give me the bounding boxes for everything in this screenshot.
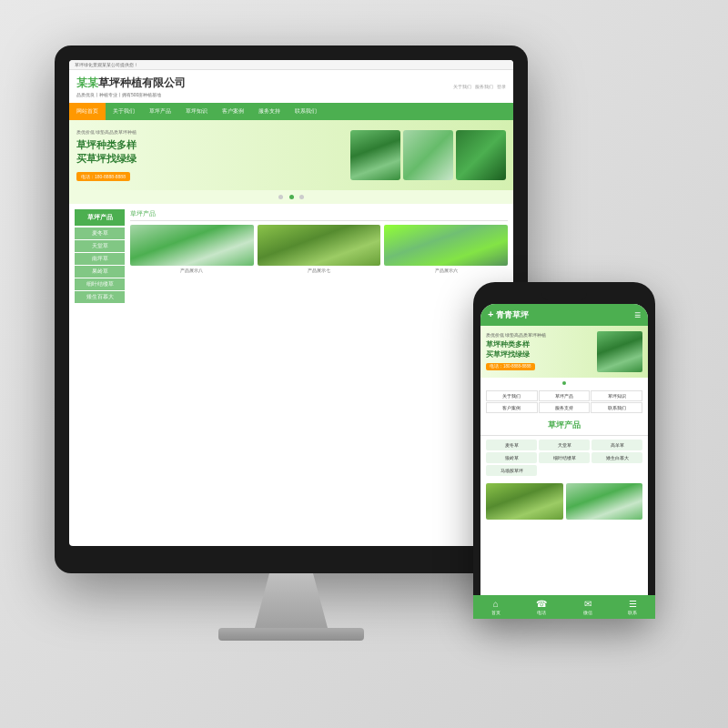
- phone-logo-plus: +: [488, 308, 493, 319]
- phone-banner-dot: [480, 378, 648, 388]
- phone-slogan-big: 草坪种类多样买草坪找绿绿: [486, 339, 593, 359]
- site-banner: 质优价低 绿垫高品质草坪种植 草坪种类多样买草坪找绿绿 电话：180-8888-…: [69, 120, 513, 190]
- sidebar-item-4[interactable]: 果岭草: [75, 266, 125, 278]
- phone-frame: + 青青草坪 ≡ 质优价低 绿垫高品质草坪种植 草坪种类多样买草坪找绿绿 电话：…: [473, 282, 655, 619]
- phone-bottom-nav: ⌂ 首页 ☎ 电话 ✉ 微信 ☰ 联系: [480, 595, 648, 610]
- dot-3: [299, 195, 304, 199]
- monitor-frame: 草坪绿化景观某某公司提供您！ 某某草坪种植有限公司 品质优良丨种植专业丨拥有50…: [55, 46, 528, 573]
- banner-image-1: [350, 130, 400, 180]
- phone-bottom-home[interactable]: ⌂ 首页: [491, 599, 500, 610]
- mobile-phone: + 青青草坪 ≡ 质优价低 绿垫高品质草坪种植 草坪种类多样买草坪找绿绿 电话：…: [473, 282, 655, 628]
- site-nav: 网站首页 关于我们 草坪产品 草坪知识 客户案例 服务支持 联系我们: [69, 103, 513, 120]
- hamburger-icon[interactable]: ≡: [634, 309, 641, 320]
- phone-cat-6[interactable]: 矮生白慕大: [592, 452, 642, 463]
- wechat-icon: ✉: [583, 599, 592, 609]
- phone-dot-active: [562, 381, 566, 385]
- phone-header: + 青青草坪 ≡: [480, 304, 648, 326]
- banner-image-3: [456, 130, 506, 180]
- site-header: 某某草坪种植有限公司 品质优良丨种植专业丨拥有500亩种植基地 关于我们 服务我…: [69, 70, 513, 103]
- phone-screen: + 青青草坪 ≡ 质优价低 绿垫高品质草坪种植 草坪种类多样买草坪找绿绿 电话：…: [480, 304, 648, 610]
- phone-logo: + 青青草坪: [488, 308, 529, 321]
- product-item-1: 产品展示八: [130, 225, 254, 273]
- phone-icon: ☎: [536, 599, 547, 609]
- dot-1: [278, 195, 283, 199]
- site-header-links: 关于我们 服务我们 登录: [453, 84, 506, 89]
- sidebar-item-3[interactable]: 南坪草: [75, 253, 125, 265]
- home-icon: ⌂: [491, 599, 500, 609]
- sidebar-title: 草坪产品: [75, 209, 125, 226]
- logo-highlight: 某某: [76, 76, 98, 89]
- phone-tel-btn[interactable]: 电话：180-8888-8888: [486, 363, 535, 370]
- sidebar-item-1[interactable]: 麦冬草: [75, 228, 125, 239]
- banner-text: 质优价低 绿垫高品质草坪种植 草坪种类多样买草坪找绿绿 电话：180-8888-…: [76, 129, 347, 181]
- phone-banner-text: 质优价低 绿垫高品质草坪种植 草坪种类多样买草坪找绿绿 电话：180-8888-…: [486, 333, 593, 370]
- banner-images: [350, 130, 506, 180]
- phone-cat-4[interactable]: 狼岭草: [486, 452, 537, 463]
- phone-banner-image: [597, 331, 642, 372]
- nav-item-about[interactable]: 关于我们: [106, 103, 142, 120]
- desktop-website: 草坪绿化景观某某公司提供您！ 某某草坪种植有限公司 品质优良丨种植专业丨拥有50…: [69, 60, 513, 546]
- product-name-3: 产品展示六: [384, 268, 508, 273]
- phone-bottom-contact[interactable]: ☰ 联系: [628, 599, 637, 610]
- monitor-screen: 草坪绿化景观某某公司提供您！ 某某草坪种植有限公司 品质优良丨种植专业丨拥有50…: [69, 60, 513, 546]
- site-topbar: 草坪绿化景观某某公司提供您！: [69, 60, 513, 70]
- product-item-2: 产品展示七: [258, 225, 381, 273]
- nav-item-service[interactable]: 服务支持: [251, 103, 288, 120]
- monitor-stand: [255, 573, 328, 628]
- phone-cat-1[interactable]: 麦冬草: [486, 440, 537, 450]
- product-name-2: 产品展示七: [258, 268, 381, 273]
- products-main-title: 草坪产品: [130, 209, 508, 221]
- phone-products-title: 草坪产品: [480, 416, 648, 436]
- phone-website: + 青青草坪 ≡ 质优价低 绿垫高品质草坪种植 草坪种类多样买草坪找绿绿 电话：…: [480, 304, 648, 610]
- banner-tel: 电话：180-8888-8888: [76, 172, 130, 181]
- nav-item-cases[interactable]: 客户案例: [215, 103, 251, 120]
- site-logo-area: 某某草坪种植有限公司 品质优良丨种植专业丨拥有500亩种植基地: [76, 76, 186, 97]
- phone-notch: [541, 291, 587, 300]
- phone-banner: 质优价低 绿垫高品质草坪种植 草坪种类多样买草坪找绿绿 电话：180-8888-…: [480, 326, 648, 378]
- phone-nav-cases[interactable]: 客户案例: [486, 402, 538, 413]
- dot-2: [289, 195, 294, 199]
- phone-cat-7[interactable]: 马场胺草坪: [486, 465, 537, 476]
- sidebar-item-6[interactable]: 矮生百慕大: [75, 291, 125, 303]
- products-sidebar: 草坪产品 麦冬草 天堂草 南坪草 果岭草 细叶结缕草 矮生百慕大: [75, 209, 125, 304]
- products-main: 草坪产品 产品展示八 产品展示七: [130, 209, 508, 304]
- phone-category-grid: 麦冬草 天堂草 高羊草 狼岭草 细叶结缕草 矮生白慕大 马场胺草坪: [480, 436, 648, 480]
- phone-bottom-tel[interactable]: ☎ 电话: [536, 599, 547, 610]
- phone-slogan-small: 质优价低 绿垫高品质草坪种植: [486, 333, 593, 338]
- nav-item-products[interactable]: 草坪产品: [142, 103, 178, 120]
- site-logo-subtitle: 品质优良丨种植专业丨拥有500亩种植基地: [76, 92, 186, 97]
- site-logo: 某某草坪种植有限公司: [76, 76, 186, 91]
- product-grid: 产品展示八 产品展示七 产品展示六: [130, 225, 508, 273]
- phone-nav-service[interactable]: 服务支持: [539, 402, 591, 413]
- phone-bottom-wechat[interactable]: ✉ 微信: [583, 599, 592, 610]
- banner-dots: [69, 190, 513, 204]
- phone-cat-2[interactable]: 天堂草: [539, 440, 590, 450]
- product-name-1: 产品展示八: [130, 268, 254, 273]
- nav-item-contact[interactable]: 联系我们: [288, 103, 324, 120]
- phone-nav-contact[interactable]: 联系我们: [591, 402, 642, 413]
- desktop-monitor: 草坪绿化景观某某公司提供您！ 某某草坪种植有限公司 品质优良丨种植专业丨拥有50…: [55, 46, 528, 664]
- products-section: 草坪产品 麦冬草 天堂草 南坪草 果岭草 细叶结缕草 矮生百慕大 草坪产品: [69, 204, 513, 309]
- banner-slogan-big: 草坪种类多样买草坪找绿绿: [76, 138, 347, 167]
- product-item-3: 产品展示六: [384, 225, 508, 273]
- nav-item-knowledge[interactable]: 草坪知识: [178, 103, 215, 120]
- phone-nav-knowledge[interactable]: 草坪知识: [591, 390, 642, 401]
- phone-nav-about[interactable]: 关于我们: [486, 390, 538, 401]
- phone-product-img-1: [486, 483, 563, 520]
- phone-nav: 关于我们 草坪产品 草坪知识 客户案例 服务支持 联系我们: [480, 388, 648, 416]
- phone-logo-text: 青青草坪: [496, 310, 529, 319]
- nav-item-home[interactable]: 网站首页: [69, 103, 106, 120]
- phone-cat-3[interactable]: 高羊草: [592, 440, 642, 450]
- monitor-base: [218, 628, 364, 641]
- sidebar-item-2[interactable]: 天堂草: [75, 240, 125, 252]
- contact-icon: ☰: [628, 599, 637, 609]
- phone-cat-5[interactable]: 细叶结缕草: [539, 452, 590, 463]
- sidebar-item-5[interactable]: 细叶结缕草: [75, 278, 125, 290]
- banner-slogan-small: 质优价低 绿垫高品质草坪种植: [76, 129, 347, 135]
- scene: 草坪绿化景观某某公司提供您！ 某某草坪种植有限公司 品质优良丨种植专业丨拥有50…: [9, 9, 719, 719]
- phone-nav-products[interactable]: 草坪产品: [539, 390, 591, 401]
- phone-product-grid: [480, 480, 648, 523]
- phone-product-img-2: [566, 483, 643, 520]
- banner-image-2: [403, 130, 453, 180]
